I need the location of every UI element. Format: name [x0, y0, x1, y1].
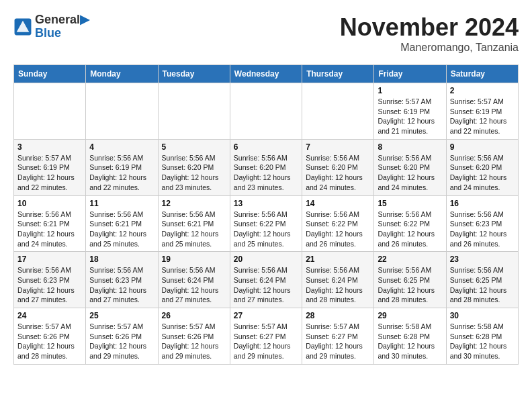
day-info: Sunrise: 5:57 AM Sunset: 6:26 PM Dayligh…: [89, 322, 154, 361]
day-info: Sunrise: 5:56 AM Sunset: 6:20 PM Dayligh…: [378, 153, 442, 193]
weekday-header-monday: Monday: [86, 65, 158, 83]
calendar-day-cell: [158, 83, 230, 140]
day-number: 3: [17, 142, 82, 152]
day-info: Sunrise: 5:56 AM Sunset: 6:20 PM Dayligh…: [450, 153, 515, 193]
day-number: 4: [89, 142, 154, 152]
calendar-day-cell: 13Sunrise: 5:56 AM Sunset: 6:22 PM Dayli…: [230, 195, 302, 252]
calendar-day-cell: 10Sunrise: 5:56 AM Sunset: 6:21 PM Dayli…: [14, 195, 86, 252]
day-number: 23: [450, 255, 515, 264]
day-info: Sunrise: 5:57 AM Sunset: 6:26 PM Dayligh…: [162, 322, 226, 361]
day-number: 28: [306, 311, 370, 320]
day-info: Sunrise: 5:56 AM Sunset: 6:24 PM Dayligh…: [306, 265, 370, 305]
day-number: 12: [162, 199, 226, 208]
day-info: Sunrise: 5:56 AM Sunset: 6:21 PM Dayligh…: [162, 210, 226, 249]
day-number: 2: [450, 86, 515, 95]
calendar-day-cell: 29Sunrise: 5:58 AM Sunset: 6:28 PM Dayli…: [374, 308, 446, 365]
calendar-day-cell: [230, 83, 302, 140]
logo: General▶ Blue: [13, 13, 89, 40]
day-number: 1: [378, 86, 442, 95]
day-number: 25: [89, 311, 154, 320]
calendar-day-cell: 6Sunrise: 5:56 AM Sunset: 6:20 PM Daylig…: [230, 139, 302, 195]
calendar-day-cell: 27Sunrise: 5:57 AM Sunset: 6:27 PM Dayli…: [230, 308, 302, 365]
day-info: Sunrise: 5:56 AM Sunset: 6:22 PM Dayligh…: [306, 210, 370, 249]
calendar-day-cell: 7Sunrise: 5:56 AM Sunset: 6:20 PM Daylig…: [302, 139, 374, 195]
month-title: November 2024: [340, 13, 519, 42]
calendar-week-row: 1Sunrise: 5:57 AM Sunset: 6:19 PM Daylig…: [14, 83, 519, 140]
logo-icon: [13, 17, 32, 36]
calendar-day-cell: 3Sunrise: 5:57 AM Sunset: 6:19 PM Daylig…: [14, 139, 86, 195]
day-number: 11: [89, 199, 154, 208]
day-info: Sunrise: 5:57 AM Sunset: 6:26 PM Dayligh…: [17, 322, 82, 361]
calendar-day-cell: 2Sunrise: 5:57 AM Sunset: 6:19 PM Daylig…: [446, 83, 518, 140]
calendar-day-cell: 21Sunrise: 5:56 AM Sunset: 6:24 PM Dayli…: [302, 252, 374, 308]
day-number: 14: [306, 199, 370, 208]
calendar-day-cell: 20Sunrise: 5:56 AM Sunset: 6:24 PM Dayli…: [230, 252, 302, 308]
day-info: Sunrise: 5:56 AM Sunset: 6:20 PM Dayligh…: [234, 153, 298, 193]
day-info: Sunrise: 5:56 AM Sunset: 6:25 PM Dayligh…: [450, 265, 515, 305]
day-number: 17: [17, 255, 82, 264]
day-number: 6: [234, 142, 298, 152]
day-number: 26: [162, 311, 226, 320]
day-info: Sunrise: 5:56 AM Sunset: 6:20 PM Dayligh…: [162, 153, 226, 193]
calendar-day-cell: 11Sunrise: 5:56 AM Sunset: 6:21 PM Dayli…: [86, 195, 158, 252]
day-info: Sunrise: 5:56 AM Sunset: 6:19 PM Dayligh…: [89, 153, 154, 193]
day-info: Sunrise: 5:57 AM Sunset: 6:19 PM Dayligh…: [378, 97, 442, 136]
day-number: 29: [378, 311, 442, 320]
weekday-header-friday: Friday: [374, 65, 446, 83]
calendar-day-cell: 16Sunrise: 5:56 AM Sunset: 6:23 PM Dayli…: [446, 195, 518, 252]
weekday-header-tuesday: Tuesday: [158, 65, 230, 83]
calendar-day-cell: 5Sunrise: 5:56 AM Sunset: 6:20 PM Daylig…: [158, 139, 230, 195]
calendar-day-cell: [86, 83, 158, 140]
day-number: 24: [17, 311, 82, 320]
calendar-day-cell: 25Sunrise: 5:57 AM Sunset: 6:26 PM Dayli…: [86, 308, 158, 365]
calendar-day-cell: 18Sunrise: 5:56 AM Sunset: 6:23 PM Dayli…: [86, 252, 158, 308]
day-number: 7: [306, 142, 370, 152]
calendar-day-cell: 26Sunrise: 5:57 AM Sunset: 6:26 PM Dayli…: [158, 308, 230, 365]
day-number: 16: [450, 199, 515, 208]
calendar-day-cell: [302, 83, 374, 140]
day-info: Sunrise: 5:56 AM Sunset: 6:25 PM Dayligh…: [378, 265, 442, 305]
title-block: November 2024 Maneromango, Tanzania: [340, 13, 519, 54]
day-number: 10: [17, 199, 82, 208]
weekday-header-row: SundayMondayTuesdayWednesdayThursdayFrid…: [14, 65, 519, 83]
day-info: Sunrise: 5:57 AM Sunset: 6:27 PM Dayligh…: [306, 322, 370, 361]
day-number: 8: [378, 142, 442, 152]
day-number: 13: [234, 199, 298, 208]
day-number: 18: [89, 255, 154, 264]
calendar-day-cell: 14Sunrise: 5:56 AM Sunset: 6:22 PM Dayli…: [302, 195, 374, 252]
calendar-day-cell: 8Sunrise: 5:56 AM Sunset: 6:20 PM Daylig…: [374, 139, 446, 195]
day-info: Sunrise: 5:56 AM Sunset: 6:23 PM Dayligh…: [89, 265, 154, 305]
day-number: 27: [234, 311, 298, 320]
day-info: Sunrise: 5:56 AM Sunset: 6:22 PM Dayligh…: [378, 210, 442, 249]
weekday-header-saturday: Saturday: [446, 65, 518, 83]
weekday-header-sunday: Sunday: [14, 65, 86, 83]
day-info: Sunrise: 5:57 AM Sunset: 6:19 PM Dayligh…: [17, 153, 82, 193]
day-info: Sunrise: 5:56 AM Sunset: 6:24 PM Dayligh…: [234, 265, 298, 305]
weekday-header-wednesday: Wednesday: [230, 65, 302, 83]
day-info: Sunrise: 5:58 AM Sunset: 6:28 PM Dayligh…: [378, 322, 442, 361]
day-number: 19: [162, 255, 226, 264]
day-number: 15: [378, 199, 442, 208]
day-info: Sunrise: 5:56 AM Sunset: 6:23 PM Dayligh…: [17, 265, 82, 305]
calendar-day-cell: 19Sunrise: 5:56 AM Sunset: 6:24 PM Dayli…: [158, 252, 230, 308]
day-info: Sunrise: 5:56 AM Sunset: 6:20 PM Dayligh…: [306, 153, 370, 193]
day-info: Sunrise: 5:57 AM Sunset: 6:27 PM Dayligh…: [234, 322, 298, 361]
day-number: 30: [450, 311, 515, 320]
day-number: 22: [378, 255, 442, 264]
calendar-day-cell: 1Sunrise: 5:57 AM Sunset: 6:19 PM Daylig…: [374, 83, 446, 140]
day-info: Sunrise: 5:56 AM Sunset: 6:21 PM Dayligh…: [89, 210, 154, 249]
calendar-day-cell: 28Sunrise: 5:57 AM Sunset: 6:27 PM Dayli…: [302, 308, 374, 365]
calendar-day-cell: 12Sunrise: 5:56 AM Sunset: 6:21 PM Dayli…: [158, 195, 230, 252]
weekday-header-thursday: Thursday: [302, 65, 374, 83]
day-number: 9: [450, 142, 515, 152]
day-number: 20: [234, 255, 298, 264]
logo-text: General▶ Blue: [35, 13, 89, 40]
day-info: Sunrise: 5:56 AM Sunset: 6:23 PM Dayligh…: [450, 210, 515, 249]
day-info: Sunrise: 5:57 AM Sunset: 6:19 PM Dayligh…: [450, 97, 515, 136]
calendar-day-cell: 30Sunrise: 5:58 AM Sunset: 6:28 PM Dayli…: [446, 308, 518, 365]
day-info: Sunrise: 5:56 AM Sunset: 6:24 PM Dayligh…: [162, 265, 226, 305]
calendar-day-cell: [14, 83, 86, 140]
calendar-week-row: 10Sunrise: 5:56 AM Sunset: 6:21 PM Dayli…: [14, 195, 519, 252]
day-info: Sunrise: 5:58 AM Sunset: 6:28 PM Dayligh…: [450, 322, 515, 361]
day-info: Sunrise: 5:56 AM Sunset: 6:21 PM Dayligh…: [17, 210, 82, 249]
